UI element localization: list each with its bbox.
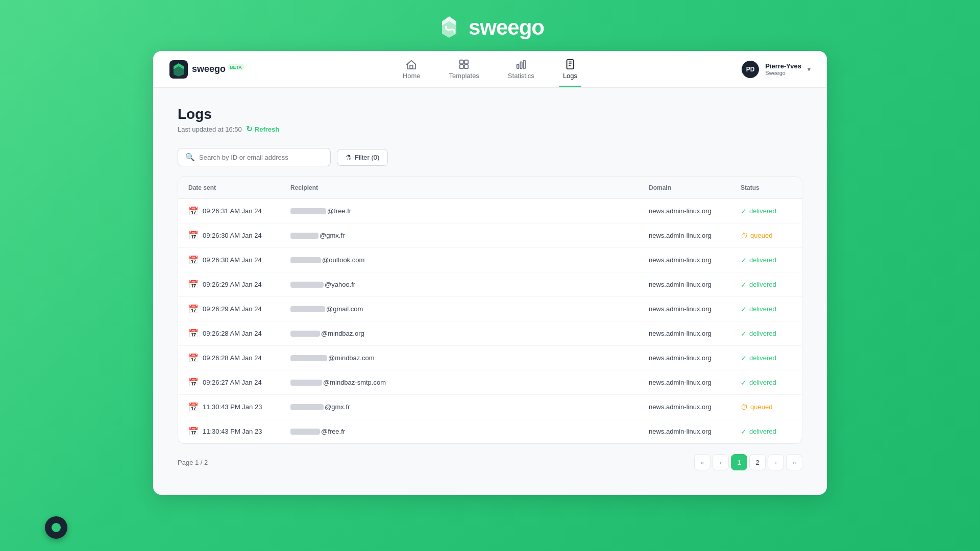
main-card: sweego BETA Home (153, 51, 827, 495)
calendar-icon: 📅 (188, 427, 199, 436)
cell-date: 📅 11:30:43 PM Jan 23 (178, 419, 280, 444)
page-next-button[interactable]: › (768, 454, 784, 470)
page-title: Logs (178, 106, 802, 122)
cell-status: ✓ delivered (730, 370, 802, 395)
refresh-icon: ↻ (246, 124, 253, 134)
cell-recipient: @outlook.com (280, 248, 639, 272)
status-delivered: ✓ delivered (741, 256, 776, 264)
last-updated-text: Last updated at 16:50 (178, 126, 242, 133)
page-content: Logs Last updated at 16:50 ↻ Refresh 🔍 ⚗… (153, 88, 827, 489)
filter-label: Filter (0) (355, 154, 379, 161)
cell-domain: news.admin-linux.org (639, 248, 730, 272)
filter-icon: ⚗ (346, 154, 352, 161)
recipient-blur (290, 404, 324, 410)
cell-domain: news.admin-linux.org (639, 321, 730, 346)
cell-status: ✓ delivered (730, 346, 802, 370)
chat-bubble[interactable] (45, 516, 67, 539)
date-value: 09:26:29 AM Jan 24 (203, 305, 262, 313)
cell-recipient: @mindbaz-smtp.com (280, 370, 639, 395)
nav-avatar: PD (742, 61, 759, 78)
chevron-down-icon[interactable]: ▾ (807, 66, 811, 73)
table-row[interactable]: 📅 09:26:28 AM Jan 24 @mindbaz.org news.a… (178, 321, 802, 346)
cell-recipient: @gmx.fr (280, 223, 639, 248)
search-input[interactable] (199, 154, 323, 161)
table-row[interactable]: 📅 09:26:28 AM Jan 24 @mindbaz.com news.a… (178, 346, 802, 370)
th-date-sent: Date sent (178, 177, 280, 199)
page-first-button[interactable]: « (694, 454, 710, 470)
refresh-label: Refresh (255, 126, 279, 133)
cell-recipient: @free.fr (280, 199, 639, 223)
svg-rect-4 (460, 65, 463, 68)
cell-domain: news.admin-linux.org (639, 223, 730, 248)
svg-rect-1 (410, 65, 413, 68)
date-value: 11:30:43 PM Jan 23 (203, 403, 262, 411)
page-prev-button[interactable]: ‹ (713, 454, 729, 470)
page-info: Page 1 / 2 (178, 459, 208, 466)
cell-status: ⏱ queued (730, 223, 802, 248)
cell-domain: news.admin-linux.org (639, 346, 730, 370)
table-row[interactable]: 📅 09:26:30 AM Jan 24 @outlook.com news.a… (178, 248, 802, 272)
nav-item-templates[interactable]: Templates (445, 51, 483, 87)
home-icon (406, 59, 417, 70)
calendar-icon: 📅 (188, 304, 199, 314)
refresh-button[interactable]: ↻ Refresh (246, 124, 279, 134)
cell-status: ✓ delivered (730, 321, 802, 346)
cell-domain: news.admin-linux.org (639, 395, 730, 419)
cell-recipient: @gmx.fr (280, 395, 639, 419)
status-delivered: ✓ delivered (741, 428, 776, 436)
nav-user-name: Pierre-Yves (765, 62, 801, 70)
search-box[interactable]: 🔍 (178, 148, 331, 166)
nav-brand-icon (169, 60, 188, 79)
chat-icon (52, 523, 61, 532)
th-recipient: Recipient (280, 177, 639, 199)
table-row[interactable]: 📅 09:26:29 AM Jan 24 @yahoo.fr news.admi… (178, 272, 802, 297)
table-row[interactable]: 📅 09:26:27 AM Jan 24 @mindbaz-smtp.com n… (178, 370, 802, 395)
navbar: sweego BETA Home (153, 51, 827, 88)
top-banner: sweego (0, 0, 980, 51)
table-row[interactable]: 📅 11:30:43 PM Jan 23 @gmx.fr news.admin-… (178, 395, 802, 419)
svg-rect-2 (460, 60, 463, 64)
logs-table: Date sent Recipient Domain Status 📅 09:2… (178, 177, 802, 443)
nav-item-home[interactable]: Home (399, 51, 425, 87)
recipient-suffix: @mindbaz.com (328, 354, 375, 362)
table-row[interactable]: 📅 11:30:43 PM Jan 23 @free.fr news.admin… (178, 419, 802, 444)
cell-recipient: @free.fr (280, 419, 639, 444)
cell-status: ✓ delivered (730, 272, 802, 297)
date-value: 09:26:31 AM Jan 24 (203, 207, 262, 215)
page-button-1[interactable]: 1 (731, 454, 747, 470)
cell-date: 📅 09:26:29 AM Jan 24 (178, 297, 280, 321)
table-row[interactable]: 📅 09:26:30 AM Jan 24 @gmx.fr news.admin-… (178, 223, 802, 248)
cell-date: 📅 09:26:31 AM Jan 24 (178, 199, 280, 223)
pagination: « ‹ 1 2 › » (694, 454, 802, 470)
cell-domain: news.admin-linux.org (639, 419, 730, 444)
nav-label-logs: Logs (563, 72, 577, 80)
recipient-suffix: @free.fr (327, 207, 351, 215)
page-subtitle: Last updated at 16:50 ↻ Refresh (178, 124, 802, 134)
table-row[interactable]: 📅 09:26:31 AM Jan 24 @free.fr news.admin… (178, 199, 802, 223)
calendar-icon: 📅 (188, 255, 199, 265)
filter-button[interactable]: ⚗ Filter (0) (337, 149, 388, 166)
nav-label-templates: Templates (449, 72, 479, 80)
cell-status: ✓ delivered (730, 419, 802, 444)
recipient-blur (290, 282, 324, 288)
page-last-button[interactable]: » (786, 454, 802, 470)
top-logo-text: sweego (469, 15, 544, 40)
calendar-icon: 📅 (188, 353, 199, 363)
cell-recipient: @mindbaz.com (280, 346, 639, 370)
recipient-suffix: @mindbaz.org (321, 330, 364, 337)
recipient-blur (290, 380, 322, 386)
nav-item-statistics[interactable]: Statistics (504, 51, 538, 87)
nav-item-logs[interactable]: Logs (559, 51, 581, 87)
cell-domain: news.admin-linux.org (639, 297, 730, 321)
recipient-suffix: @gmail.com (326, 305, 363, 313)
cell-recipient: @yahoo.fr (280, 272, 639, 297)
table-row[interactable]: 📅 09:26:29 AM Jan 24 @gmail.com news.adm… (178, 297, 802, 321)
cell-status: ⏱ queued (730, 395, 802, 419)
search-icon: 🔍 (185, 153, 195, 162)
status-delivered: ✓ delivered (741, 281, 776, 289)
pagination-row: Page 1 / 2 « ‹ 1 2 › » (178, 444, 802, 470)
page-button-2[interactable]: 2 (749, 454, 766, 470)
cell-date: 📅 09:26:29 AM Jan 24 (178, 272, 280, 297)
nav-user-org: Sweego (765, 70, 801, 76)
th-status: Status (730, 177, 802, 199)
